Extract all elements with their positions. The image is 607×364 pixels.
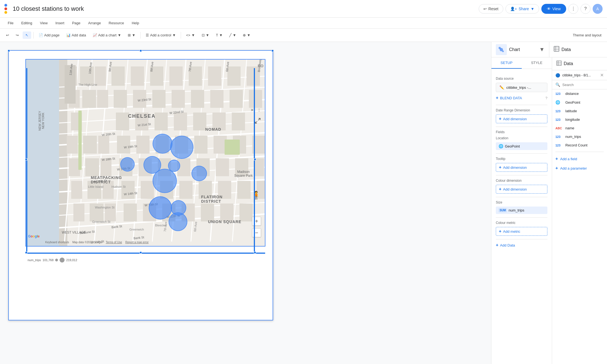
legend-min-value: 101,768 [42, 258, 54, 262]
resize-bar-right[interactable] [254, 68, 255, 253]
more-icon[interactable]: ⋮ [257, 108, 261, 112]
add-dr-icon: + [499, 116, 501, 121]
undo-icon: ↩ [6, 33, 9, 37]
chart-tab[interactable]: Chart ▼ [491, 42, 549, 57]
resize-bar-left[interactable] [26, 68, 27, 253]
maximize-icon[interactable]: ✕ [251, 108, 254, 112]
image-dropdown-icon: ▼ [206, 33, 209, 37]
chart-on-canvas[interactable]: W 23rd St W 22nd St W 21st St W 20th St … [25, 59, 265, 247]
view-icon: 👁 [547, 7, 551, 11]
field-name-geopoint: GeoPoint [565, 100, 580, 105]
undo-button[interactable]: ↩ [3, 31, 12, 39]
bubble-1 [153, 134, 172, 154]
size-chip[interactable]: SUM num_trips [496, 207, 547, 214]
reset-button[interactable]: ↩ Reset [479, 4, 503, 14]
svg-line-103 [255, 121, 257, 123]
menu-file[interactable]: File [4, 20, 17, 26]
zoom-in-button[interactable]: + [252, 217, 261, 226]
neighborhood-nj-ny: NEW JERSEYNEW YORK [38, 111, 45, 131]
user-avatar[interactable]: A [593, 4, 603, 14]
keyboard-shortcuts[interactable]: Keyboard shortcuts [45, 241, 69, 244]
add-control-button[interactable]: ☰ Add a control ▼ [143, 31, 179, 39]
svg-rect-57 [83, 136, 97, 154]
svg-rect-48 [208, 66, 221, 86]
search-input[interactable] [562, 83, 607, 87]
geopoint-chip[interactable]: 🌐 GeoPoint [496, 142, 547, 150]
report-link[interactable]: Report a map error [125, 241, 148, 244]
resize-handle-tl[interactable] [8, 50, 10, 52]
style-tab[interactable]: STYLE [522, 57, 552, 69]
top-bar: 10 closest stations to work ↩ Reset 👤+ S… [0, 0, 607, 18]
neighborhood-west-village: WEST VILLAGE [62, 231, 86, 234]
field-type-icon-latitude: 123 [555, 109, 563, 113]
add-parameter-button[interactable]: + Add a parameter [552, 164, 607, 173]
menu-editing[interactable]: Editing [18, 20, 36, 26]
map-container: W 23rd St W 22nd St W 21st St W 20th St … [26, 60, 265, 246]
shape-button[interactable]: ⊕ ▼ [240, 31, 253, 39]
resize-handle-br[interactable] [254, 251, 256, 254]
svg-rect-87 [237, 181, 251, 199]
resize-handle-bl[interactable] [25, 251, 27, 254]
resize-handle-ml[interactable] [25, 158, 27, 160]
resize-handle-tr[interactable] [271, 50, 274, 52]
svg-rect-60 [136, 136, 150, 154]
canvas-page[interactable]: W 23rd St W 22nd St W 21st St W 20th St … [8, 50, 273, 320]
code-button[interactable]: <> ▼ [183, 31, 198, 39]
select-tool-button[interactable]: ↖ [23, 31, 31, 39]
menu-help[interactable]: Help [128, 20, 142, 26]
setup-tab[interactable]: SETUP [491, 57, 522, 69]
menu-resource[interactable]: Resource [105, 20, 127, 26]
menu-arrange[interactable]: Arrange [85, 20, 104, 26]
add-component-button[interactable]: ⊞ ▼ [125, 31, 138, 39]
help-button[interactable]: ? [581, 4, 590, 14]
add-tooltip-button[interactable]: + Add dimension [496, 163, 547, 172]
add-colour-dimension-button[interactable]: + Add dimension [496, 185, 547, 194]
panel-header: Chart ▼ Data [491, 42, 607, 57]
text-dropdown-icon: ▼ [219, 33, 223, 37]
resize-handle-top[interactable] [140, 50, 142, 52]
svg-rect-32 [97, 90, 108, 108]
blend-data-button[interactable]: + BLEND DATA ? [496, 94, 547, 101]
view-button[interactable]: 👁 View [541, 4, 566, 14]
person-icon: 🧍 [251, 191, 261, 200]
line-button[interactable]: ╱ ▼ [227, 31, 239, 39]
datasource-remove-button[interactable]: ✕ [600, 73, 604, 78]
cursor-icon: ↖ [25, 33, 28, 37]
theme-layout-label[interactable]: Theme and layout [254, 32, 604, 38]
menu-insert[interactable]: Insert [52, 20, 68, 26]
menu-page[interactable]: Page [69, 20, 84, 26]
add-field-button[interactable]: + Add a field [552, 154, 607, 164]
add-data-bottom-button[interactable]: + Add Data [496, 243, 547, 248]
neighborhood-nomad: NOMAD [205, 127, 221, 132]
data-source-label: Data source [496, 77, 547, 81]
more-options-button[interactable]: ⋮ [568, 4, 578, 14]
code-icon: <> [186, 33, 190, 37]
svg-rect-30 [82, 90, 96, 108]
add-page-icon: 📄 [39, 33, 43, 37]
chart-dropdown-icon[interactable]: ▼ [539, 46, 545, 53]
document-title: 10 closest stations to work [13, 5, 475, 12]
data-tab[interactable]: Data [549, 42, 607, 57]
add-page-button[interactable]: 📄 Add page [36, 31, 62, 39]
menu-view[interactable]: View [37, 20, 51, 26]
fullscreen-button[interactable] [254, 117, 261, 125]
add-chart-button[interactable]: 📈 Add a chart ▼ [90, 31, 124, 39]
resize-handle-mr[interactable] [254, 158, 256, 160]
share-button[interactable]: 👤+ Share ▼ [505, 4, 539, 14]
add-date-range-button[interactable]: + Add dimension [496, 114, 547, 123]
image-button[interactable]: ⊡ ▼ [199, 31, 212, 39]
street-greenwich2: Greenwich [129, 228, 144, 231]
zoom-out-button[interactable]: − [252, 228, 261, 237]
resize-bar-bottom[interactable] [26, 253, 265, 254]
add-metric-icon: + [499, 229, 501, 234]
divider-1 [496, 105, 547, 105]
svg-rect-97 [220, 204, 233, 221]
resize-handle-bottom[interactable] [140, 251, 142, 254]
main-content: W 23rd St W 22nd St W 21st St W 20th St … [0, 42, 607, 364]
redo-button[interactable]: ↪ [13, 31, 22, 39]
text-button[interactable]: T ▼ [213, 31, 225, 39]
terms-link[interactable]: Terms of Use [106, 241, 122, 244]
add-metric-button[interactable]: + Add metric [496, 227, 547, 236]
svg-rect-84 [179, 181, 193, 199]
add-data-button[interactable]: 📊 Add data [63, 31, 89, 39]
